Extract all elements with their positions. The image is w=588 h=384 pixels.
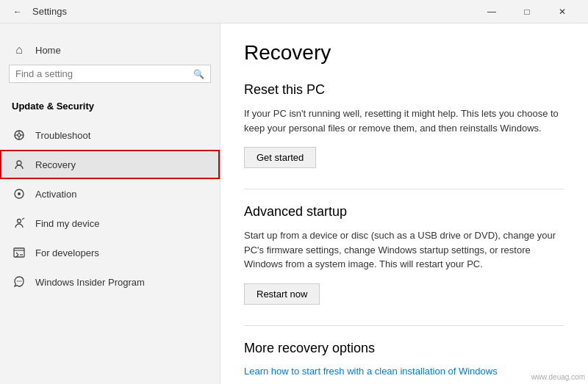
sidebar-item-home[interactable]: ⌂ Home — [0, 35, 220, 65]
svg-line-13 — [16, 253, 18, 255]
minimize-button[interactable]: — — [475, 0, 509, 23]
clean-install-link[interactable]: Learn how to start fresh with a clean in… — [244, 366, 498, 377]
get-started-button[interactable]: Get started — [244, 147, 316, 168]
restart-now-button[interactable]: Restart now — [244, 283, 320, 305]
svg-rect-11 — [14, 248, 24, 257]
watermark: www.deuag.com — [531, 373, 585, 381]
find-my-device-icon — [12, 216, 26, 231]
svg-point-8 — [18, 192, 21, 195]
window-controls: — □ ✕ — [475, 0, 579, 23]
svg-point-16 — [17, 280, 18, 282]
advanced-startup-desc: Start up from a device or disc (such as … — [244, 228, 564, 272]
advanced-startup-title: Advanced startup — [244, 204, 564, 220]
reset-pc-title: Reset this PC — [244, 82, 564, 98]
sidebar-item-windows-insider[interactable]: Windows Insider Program — [0, 267, 220, 297]
home-icon: ⌂ — [12, 43, 26, 57]
sidebar-section-title: Update & Security — [0, 95, 220, 120]
svg-point-9 — [18, 220, 21, 223]
maximize-button[interactable]: □ — [510, 0, 544, 23]
svg-line-10 — [22, 218, 24, 220]
main-container: ⌂ Home 🔍 Update & Security Trouble — [0, 23, 588, 384]
activation-icon — [12, 186, 26, 201]
search-icon: 🔍 — [193, 69, 204, 79]
windows-insider-icon — [12, 275, 26, 289]
titlebar-title: Settings — [32, 6, 67, 17]
recovery-icon — [12, 157, 26, 172]
more-recovery-title: More recovery options — [244, 341, 564, 356]
back-icon: ← — [13, 7, 22, 17]
sidebar-item-activation-label: Activation — [35, 189, 76, 200]
sidebar-item-for-developers-label: For developers — [35, 247, 99, 258]
reset-pc-desc: If your PC isn't running well, resetting… — [244, 106, 564, 135]
for-developers-icon — [12, 245, 26, 260]
search-input[interactable] — [15, 68, 193, 79]
sidebar-item-troubleshoot[interactable]: Troubleshoot — [0, 120, 220, 150]
page-title: Recovery — [244, 41, 564, 65]
titlebar: ← Settings — □ ✕ — [0, 0, 588, 23]
sidebar-item-recovery-label: Recovery — [35, 159, 76, 170]
back-button[interactable]: ← — [9, 3, 26, 21]
sidebar: ⌂ Home 🔍 Update & Security Trouble — [0, 23, 220, 384]
search-box[interactable]: 🔍 — [9, 65, 211, 83]
content-area: Recovery Reset this PC If your PC isn't … — [220, 23, 588, 384]
svg-point-17 — [18, 280, 20, 282]
close-button[interactable]: ✕ — [545, 0, 579, 23]
section-divider-1 — [244, 189, 564, 189]
troubleshoot-icon — [12, 128, 26, 142]
sidebar-item-activation[interactable]: Activation — [0, 179, 220, 209]
sidebar-item-find-my-device-label: Find my device — [35, 218, 99, 229]
sidebar-item-recovery[interactable]: Recovery — [0, 150, 220, 179]
section-divider-2 — [244, 325, 564, 326]
sidebar-item-find-my-device[interactable]: Find my device — [0, 209, 220, 238]
svg-point-18 — [21, 280, 22, 282]
sidebar-item-troubleshoot-label: Troubleshoot — [35, 130, 90, 141]
sidebar-item-windows-insider-label: Windows Insider Program — [35, 277, 145, 288]
sidebar-item-home-label: Home — [35, 45, 61, 56]
svg-point-6 — [17, 161, 21, 165]
sidebar-item-for-developers[interactable]: For developers — [0, 238, 220, 267]
svg-point-1 — [18, 134, 21, 137]
